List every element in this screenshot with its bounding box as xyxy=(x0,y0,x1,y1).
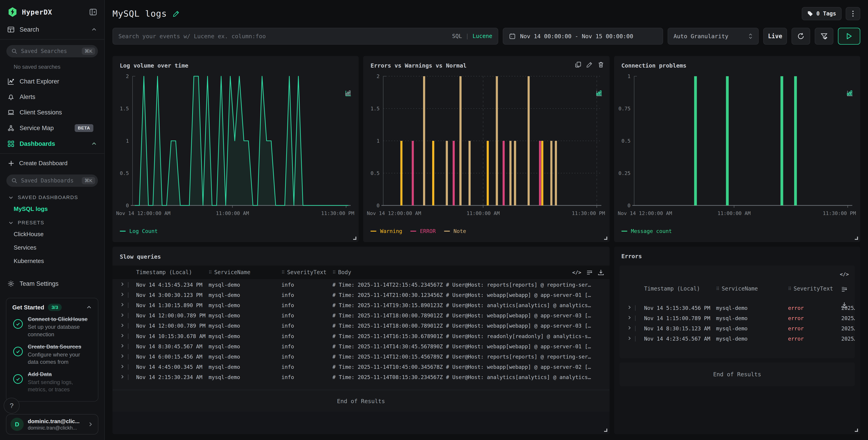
panel-resize-handle[interactable] xyxy=(855,237,858,240)
expand-row-icon[interactable] xyxy=(120,333,125,339)
filter-button[interactable] xyxy=(815,28,833,44)
panel-resize-handle[interactable] xyxy=(604,429,607,432)
expand-row-icon[interactable] xyxy=(120,374,125,380)
sidebar-item-client-sessions[interactable]: Client Sessions xyxy=(0,105,104,120)
legend-item[interactable]: Message count xyxy=(621,228,672,234)
sidebar-item-label: Chart Explorer xyxy=(20,78,97,85)
column-servicename[interactable]: ⠿ServiceName xyxy=(716,285,788,292)
user-menu[interactable]: D dominic.tran@clic... dominic.tran@clic… xyxy=(6,414,98,435)
tags-button[interactable]: 0 Tags xyxy=(802,7,842,20)
chart-area[interactable]: 00.511.52Nov 14 12:00:00 AM11:00:00 AM11… xyxy=(116,70,355,225)
help-button[interactable]: ? xyxy=(4,398,20,414)
drag-handle-icon[interactable]: ⠿ xyxy=(841,286,845,292)
sidebar-item-team-settings[interactable]: Team Settings xyxy=(0,276,104,292)
sidebar-item-service-map[interactable]: Service Map BETA xyxy=(0,120,104,136)
expand-row-icon[interactable] xyxy=(120,364,125,370)
dashboard-menu-button[interactable] xyxy=(846,7,860,20)
column-timestamp[interactable]: Timestamp (Local) xyxy=(136,269,209,275)
table-row[interactable]: Nov 14 4:45:00.345 AM mysql-demo info # … xyxy=(113,362,610,372)
table-row[interactable]: Nov 14 12:00:00.789 PM mysql-demo info #… xyxy=(113,321,610,331)
get-started-step[interactable]: Add Data Start sending logs, metrics, or… xyxy=(12,371,92,393)
sidebar-item-alerts[interactable]: Alerts xyxy=(0,89,104,105)
table-row[interactable]: Nov 14 2:15:30.234 AM mysql-demo info # … xyxy=(113,372,610,382)
drag-handle-icon[interactable]: ⠿ xyxy=(716,286,719,292)
expand-row-icon[interactable] xyxy=(120,282,125,288)
panel-resize-handle[interactable] xyxy=(604,237,607,240)
edit-title-icon[interactable] xyxy=(173,10,180,17)
wrap-lines-icon[interactable] xyxy=(586,269,593,275)
expand-row-icon[interactable] xyxy=(120,313,125,319)
time-range-picker[interactable]: Nov 14 00:00:00 - Nov 15 00:00:00 xyxy=(503,28,663,44)
drag-handle-icon[interactable]: ⠿ xyxy=(788,286,792,292)
table-row[interactable]: Nov 14 1:15:00.789 PM mysql-demo error 2… xyxy=(620,313,855,323)
run-query-button[interactable] xyxy=(838,28,860,44)
download-icon[interactable] xyxy=(598,269,604,275)
column-body[interactable]: ⠿Body xyxy=(333,269,610,275)
panel-resize-handle[interactable] xyxy=(855,429,858,432)
table-row[interactable]: Nov 14 3:00:30.123 PM mysql-demo info # … xyxy=(113,290,610,300)
granularity-select[interactable]: Auto Granularity xyxy=(668,28,759,44)
get-started-step[interactable]: Create Data Sources Configure where your… xyxy=(12,343,92,366)
code-view-icon[interactable]: </> xyxy=(840,271,849,277)
table-row[interactable]: Nov 14 12:00:00.789 PM mysql-demo info #… xyxy=(113,310,610,321)
preset-item[interactable]: Kubernetes xyxy=(0,255,104,268)
column-servicename[interactable]: ⠿ServiceName xyxy=(209,269,281,275)
expand-row-icon[interactable] xyxy=(627,325,632,332)
presets-section[interactable]: PRESETS xyxy=(0,216,104,228)
preset-item[interactable]: ClickHouse xyxy=(0,228,104,241)
edit-icon[interactable] xyxy=(586,61,593,68)
legend-item[interactable]: Warning xyxy=(370,228,402,234)
expand-row-icon[interactable] xyxy=(120,323,125,329)
drag-handle-icon[interactable]: ⠿ xyxy=(333,270,336,275)
preset-item[interactable]: Services xyxy=(0,241,104,255)
refresh-button[interactable] xyxy=(792,28,810,44)
saved-dashboard-item[interactable]: MySQL logs xyxy=(0,202,104,216)
sidebar-item-search[interactable]: Search xyxy=(0,22,104,37)
chart-area[interactable]: 00.511.52Nov 14 12:00:00 AM11:00:00 AM11… xyxy=(367,70,606,225)
code-view-icon[interactable]: </> xyxy=(572,270,581,275)
event-search-input[interactable]: Search your events w/ Lucene ex. column:… xyxy=(113,28,498,44)
table-row[interactable]: Nov 14 1:30:15.890 PM mysql-demo info # … xyxy=(113,300,610,310)
duplicate-icon[interactable] xyxy=(575,61,581,68)
sql-option[interactable]: SQL xyxy=(452,33,462,39)
lucene-option[interactable]: Lucene xyxy=(472,33,492,39)
drag-handle-icon[interactable]: ⠿ xyxy=(209,270,212,275)
saved-dashboards-input[interactable]: Saved Dashboards ⌘K xyxy=(6,174,98,187)
expand-row-icon[interactable] xyxy=(120,292,125,298)
column-severitytext[interactable]: ⠿SeverityText xyxy=(281,269,333,275)
legend-item[interactable]: Note xyxy=(444,228,466,234)
query-language-toggle[interactable]: SQL | Lucene xyxy=(452,33,492,39)
legend-item[interactable]: Log Count xyxy=(120,228,158,234)
table-row[interactable]: Nov 14 5:15:30.456 PM mysql-demo error 2… xyxy=(620,303,855,313)
chevron-up-icon[interactable] xyxy=(86,304,92,310)
expand-row-icon[interactable] xyxy=(120,302,125,308)
get-started-step[interactable]: Connect to ClickHouse Set up your databa… xyxy=(12,315,92,338)
saved-dashboards-section[interactable]: SAVED DASHBOARDS xyxy=(0,191,104,202)
table-row[interactable]: Nov 14 10:15:30.678 AM mysql-demo info #… xyxy=(113,331,610,341)
expand-row-icon[interactable] xyxy=(627,315,632,321)
legend-item[interactable]: ERROR xyxy=(410,228,436,234)
sidebar-collapse-icon[interactable] xyxy=(89,8,97,16)
chart-area[interactable]: 00.250.50.751Nov 14 12:00:00 AM11:00:00 … xyxy=(618,70,857,225)
column-timestamp[interactable]: Timestamp (Local) xyxy=(644,285,716,292)
column-body[interactable]: ⠿ xyxy=(841,286,855,292)
download-icon[interactable] xyxy=(841,302,847,308)
column-severitytext[interactable]: ⠿SeverityText xyxy=(788,285,841,292)
create-dashboard-button[interactable]: Create Dashboard xyxy=(0,156,104,171)
table-row[interactable]: Nov 14 6:00:15.456 AM mysql-demo info # … xyxy=(113,351,610,362)
saved-searches-input[interactable]: Saved Searches ⌘K xyxy=(6,45,98,57)
live-button[interactable]: Live xyxy=(763,28,787,44)
delete-icon[interactable] xyxy=(598,61,604,68)
table-row[interactable]: Nov 14 4:23:45.567 AM mysql-demo error 2… xyxy=(620,334,855,344)
table-row[interactable]: Nov 14 8:30:45.567 AM mysql-demo info # … xyxy=(113,341,610,351)
panel-resize-handle[interactable] xyxy=(353,237,356,240)
expand-row-icon[interactable] xyxy=(120,343,125,349)
sidebar-item-chart-explorer[interactable]: Chart Explorer xyxy=(0,74,104,89)
expand-row-icon[interactable] xyxy=(627,336,632,342)
table-row[interactable]: Nov 14 4:15:45.234 PM mysql-demo info # … xyxy=(113,280,610,290)
sidebar-item-dashboards[interactable]: Dashboards xyxy=(0,136,104,151)
expand-row-icon[interactable] xyxy=(120,353,125,360)
drag-handle-icon[interactable]: ⠿ xyxy=(281,270,285,275)
expand-row-icon[interactable] xyxy=(627,305,632,311)
table-row[interactable]: Nov 14 8:30:15.123 AM mysql-demo error 2… xyxy=(620,323,855,334)
